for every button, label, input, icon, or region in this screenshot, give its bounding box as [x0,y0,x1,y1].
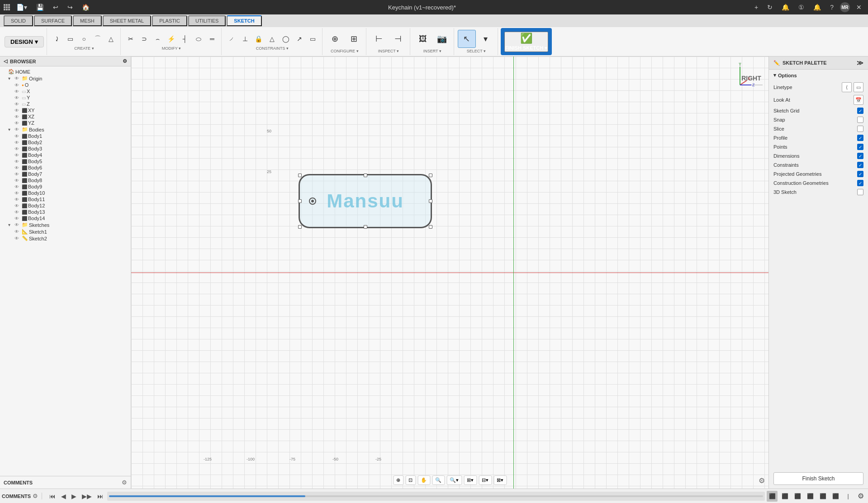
tree-item-O[interactable]: 👁 ● O [0,82,131,88]
create-arc-btn[interactable]: ⌒ [91,33,104,45]
app-grid-icon[interactable] [4,4,10,10]
tree-item-Y[interactable]: 👁 ▭ Y [0,94,131,101]
eye-bodies[interactable]: 👁 [14,127,21,132]
eye-body12[interactable]: 👁 [14,203,21,208]
handle-mid-left[interactable] [298,199,302,203]
tree-item-bodies[interactable]: ▾ 👁 📁 Bodies [0,126,131,133]
vc-pan-btn[interactable]: ✋ [417,475,430,485]
modify-trim-btn[interactable]: ┤ [179,33,191,45]
view-cube[interactable]: RIGHT X Y Z [738,60,765,87]
palette-expand-btn[interactable]: ≫ [857,59,863,66]
sync-btn[interactable]: ↻ [764,3,775,12]
tree-item-body4[interactable]: 👁 ⬛ Body4 [0,152,131,158]
finish-sketch-palette-btn[interactable]: Finish Sketch [773,472,863,485]
palette-options-header[interactable]: ▾ Options [773,72,863,78]
tree-item-body12[interactable]: 👁 ⬛ Body12 [0,202,131,209]
tab-plastic[interactable]: PLASTIC [152,15,187,26]
close-btn[interactable]: ✕ [854,3,864,12]
tab-sheet-metal[interactable]: SHEET METAL [103,15,151,26]
tree-item-body5[interactable]: 👁 ⬛ Body5 [0,158,131,165]
checkbox-profile[interactable] [857,135,863,141]
linetype-btn2[interactable]: ▭ [854,82,863,92]
tree-item-XZ[interactable]: 👁 ⬛ XZ [0,113,131,120]
tree-item-sketch2[interactable]: 👁 📏 Sketch2 [0,235,131,242]
browser-settings-icon[interactable]: ⚙ [123,58,127,64]
eye-body5[interactable]: 👁 [14,159,21,164]
checkbox-constraints[interactable] [857,162,863,168]
comments-add-icon[interactable]: ⚙ [33,493,38,499]
handle-bot-mid[interactable] [364,225,367,229]
tree-item-origin[interactable]: ▾ 👁 📁 Origin [0,75,131,82]
inspect-measure-btn[interactable]: ⊢ [370,30,388,48]
finish-sketch-toolbar-btn[interactable]: ✅ FINISH SKETCH ▾ [504,32,548,52]
checkbox-points[interactable] [857,144,863,150]
tree-item-body6[interactable]: 👁 ⬛ Body6 [0,165,131,171]
modify-ellipse-btn[interactable]: ⬭ [192,33,205,45]
create-rect-btn[interactable]: ▭ [64,33,77,45]
constraint-rect2-btn[interactable]: ▭ [307,33,319,45]
tree-item-YZ[interactable]: 👁 ⬛ YZ [0,120,131,126]
modify-scissors-btn[interactable]: ✂ [124,33,137,45]
modify-equal-btn[interactable]: ═ [206,33,218,45]
browser-back-icon[interactable]: ◁ [4,58,7,64]
design-menu-btn[interactable]: DESIGN ▾ [5,36,44,47]
timeline-last-btn[interactable]: ⏭ [95,492,105,501]
timeline-item-4[interactable]: ⬛ [805,491,816,502]
constraint-triangle2-btn[interactable]: △ [266,33,279,45]
eye-body6[interactable]: 👁 [14,165,21,170]
create-line-btn[interactable]: ⤸ [51,33,63,45]
home-btn[interactable]: 🏠 [79,3,92,12]
configure-table-btn[interactable]: ⊞ [345,30,363,48]
constraint-diagonal-btn[interactable]: ⟋ [225,33,238,45]
notification-btn[interactable]: 🔔 [779,3,792,12]
sketch-rectangle[interactable]: Mansuu [299,174,432,228]
handle-bot-left[interactable] [298,225,302,229]
tree-item-X[interactable]: 👁 ▭ X [0,88,131,94]
eye-body1[interactable]: 👁 [14,134,21,139]
vc-origin-btn[interactable]: ⊕ [393,475,403,485]
tab-sketch[interactable]: SKETCH [227,15,261,26]
tree-item-body11[interactable]: 👁 ⬛ Body11 [0,196,131,202]
tab-solid[interactable]: SOLID [4,15,33,26]
notification2-btn[interactable]: 🔔 [811,3,824,12]
inspect-dimension-btn[interactable]: ⊣ [389,30,407,48]
vc-frame-btn[interactable]: ⊡ [405,475,416,485]
lookat-btn[interactable]: 📅 [854,95,863,105]
configure-params-btn[interactable]: ⊕ [326,30,344,48]
eye-X[interactable]: 👁 [14,89,21,94]
visibility-icon[interactable]: 👁 [14,76,21,81]
checkbox-snap[interactable] [857,117,863,123]
checkbox-3dsketch[interactable] [857,189,863,195]
timeline-item-3[interactable]: ⬛ [792,491,803,502]
eye-body3[interactable]: 👁 [14,146,21,151]
eye-body8[interactable]: 👁 [14,178,21,183]
constraint-lock-btn[interactable]: 🔒 [252,33,265,45]
timeline-item-5[interactable]: ⬛ [817,491,828,502]
tree-item-body13[interactable]: 👁 ⬛ Body13 [0,209,131,215]
create-triangle-btn[interactable]: △ [105,33,118,45]
tree-item-body9[interactable]: 👁 ⬛ Body9 [0,183,131,190]
timeline-item-1[interactable]: ⬛ [767,491,778,502]
file-menu-icon[interactable]: 📄▾ [14,3,30,12]
timeline-play-btn[interactable]: ▶ [70,492,78,501]
tree-item-body2[interactable]: 👁 ⬛ Body2 [0,139,131,146]
tree-item-body1[interactable]: 👁 ⬛ Body1 [0,133,131,139]
eye-sketches[interactable]: 👁 [14,222,21,227]
help-btn[interactable]: ? [827,3,836,12]
vc-zoom-dropdown[interactable]: 🔍▾ [446,475,462,485]
select-arrow-btn[interactable]: ▾ [477,30,495,48]
timeline-first-btn[interactable]: ⏮ [47,492,57,501]
linetype-btn1[interactable]: ⟨ [842,82,852,92]
tree-item-sketch1[interactable]: 👁 📐 Sketch1 [0,228,131,235]
vc-zoom-btn[interactable]: 🔍 [432,475,445,485]
handle-top-mid[interactable] [364,174,367,177]
timeline-item-6[interactable]: ⬛ [830,491,841,502]
eye-XY[interactable]: 👁 [14,108,21,113]
tab-utilities[interactable]: UTILITIES [188,15,226,26]
eye-Z[interactable]: 👁 [14,102,21,107]
checkbox-constructiongeo[interactable] [857,180,863,186]
redo-btn[interactable]: ↪ [65,3,76,12]
eye-body10[interactable]: 👁 [14,191,21,196]
undo-btn[interactable]: ↩ [50,3,61,12]
handle-bot-right[interactable] [429,225,432,229]
